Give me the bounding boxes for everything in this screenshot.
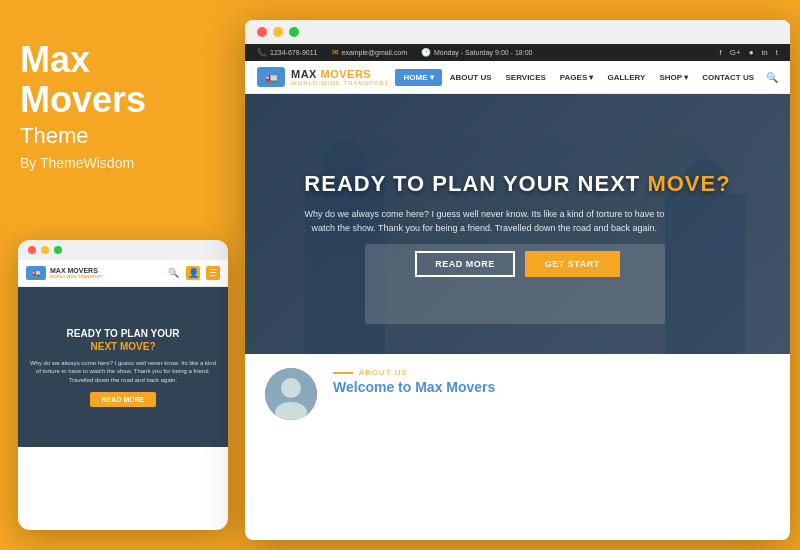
mobile-search-icon[interactable]: 🔍 [166, 266, 180, 280]
desktop-logo-text: MAX MOVERS WORLD-WIDE TRANSPORT [291, 68, 389, 87]
nav-link-about[interactable]: ABOUT US [444, 69, 498, 86]
mobile-logo-icon: 🚛 [26, 266, 46, 280]
desktop-below-hero: ABOUT US Welcome to Max Movers [245, 354, 790, 434]
mobile-navbar: 🚛 MAX MOVERS WORLD-WIDE TRANSPORT 🔍 👤 ☰ [18, 260, 228, 287]
brand-by: By ThemeWisdom [20, 155, 220, 171]
nav-link-services[interactable]: SERVICES [500, 69, 552, 86]
brand-theme: Theme [20, 123, 220, 149]
nav-search-icon[interactable]: 🔍 [766, 72, 778, 83]
desktop-dot-green[interactable] [289, 27, 299, 37]
nav-link-pages[interactable]: PAGES ▾ [554, 69, 600, 86]
hero-title-highlight: MOVE? [647, 171, 730, 196]
mobile-logo-text: MAX MOVERS WORLD-WIDE TRANSPORT [50, 267, 103, 280]
hero-buttons: READ MORE GET START [304, 251, 730, 277]
mobile-titlebar [18, 240, 228, 260]
avatar-svg [265, 368, 317, 420]
email-icon: ✉ [332, 48, 339, 57]
svg-point-6 [281, 378, 301, 398]
hero-read-more-button[interactable]: READ MORE [415, 251, 515, 277]
below-hero-text: ABOUT US Welcome to Max Movers [333, 368, 770, 395]
mobile-hero-body: Why do we always come here? I guess well… [28, 359, 218, 384]
mobile-hero-title: READY TO PLAN YOUR NEXT MOVE? [67, 327, 180, 353]
about-line-decoration [333, 372, 353, 374]
nav-link-shop[interactable]: SHOP ▾ [653, 69, 694, 86]
hero-content: READY TO PLAN YOUR NEXT MOVE? Why do we … [304, 171, 730, 278]
social-twitter-icon[interactable]: t [776, 48, 778, 57]
desktop-topbar-right: f G+ ● in t [720, 48, 778, 57]
topbar-phone: 📞 1234-678-9011 [257, 48, 318, 57]
hero-title: READY TO PLAN YOUR NEXT MOVE? [304, 171, 730, 197]
mobile-mockup: 🚛 MAX MOVERS WORLD-WIDE TRANSPORT 🔍 👤 ☰ … [18, 240, 228, 530]
mobile-dot-yellow[interactable] [41, 246, 49, 254]
social-linkedin-icon[interactable]: in [762, 48, 768, 57]
desktop-navbar: 🚛 MAX MOVERS WORLD-WIDE TRANSPORT HOME ▾… [245, 61, 790, 94]
mobile-nav-icons: 🔍 👤 ☰ [166, 266, 220, 280]
topbar-hours: 🕐 Monday - Saturday 9:00 - 18:00 [421, 48, 532, 57]
desktop-nav-links: HOME ▾ ABOUT US SERVICES PAGES ▾ GALLERY… [395, 69, 778, 86]
desktop-titlebar [245, 20, 790, 44]
mobile-hero: READY TO PLAN YOUR NEXT MOVE? Why do we … [18, 287, 228, 447]
phone-icon: 📞 [257, 48, 267, 57]
about-label: ABOUT US [333, 368, 770, 377]
mobile-read-more-button[interactable]: READ MORE [90, 392, 157, 407]
desktop-topbar: 📞 1234-678-9011 ✉ example@gmail.com 🕐 Mo… [245, 44, 790, 61]
person-avatar [265, 368, 317, 420]
desktop-logo-icon: 🚛 [257, 67, 285, 87]
brand-title: Max Movers [20, 40, 220, 119]
desktop-hero: READY TO PLAN YOUR NEXT MOVE? Why do we … [245, 94, 790, 354]
brand-title-line1: Max [20, 39, 90, 80]
desktop-logo: 🚛 MAX MOVERS WORLD-WIDE TRANSPORT [257, 67, 389, 87]
mobile-user-icon[interactable]: 👤 [186, 266, 200, 280]
clock-icon: 🕐 [421, 48, 431, 57]
nav-link-gallery[interactable]: GALLERY [601, 69, 651, 86]
topbar-email: ✉ example@gmail.com [332, 48, 407, 57]
social-facebook-icon[interactable]: f [720, 48, 722, 57]
desktop-brand-sub: WORLD-WIDE TRANSPORT [291, 80, 389, 87]
welcome-brand: Max Movers [415, 379, 495, 395]
left-panel: Max Movers Theme By ThemeWisdom [20, 40, 220, 171]
desktop-dot-yellow[interactable] [273, 27, 283, 37]
desktop-brand-main: MAX MOVERS [291, 68, 389, 80]
hero-subtitle: Why do we always come here? I guess well… [304, 207, 664, 236]
nav-link-contact[interactable]: CONTACT US [696, 69, 760, 86]
social-instagram-icon[interactable]: ● [749, 48, 754, 57]
mobile-dot-red[interactable] [28, 246, 36, 254]
desktop-dot-red[interactable] [257, 27, 267, 37]
mobile-logo: 🚛 MAX MOVERS WORLD-WIDE TRANSPORT [26, 266, 103, 280]
social-google-icon[interactable]: G+ [730, 48, 741, 57]
brand-title-line2: Movers [20, 79, 146, 120]
mobile-dot-green[interactable] [54, 246, 62, 254]
desktop-mockup: 📞 1234-678-9011 ✉ example@gmail.com 🕐 Mo… [245, 20, 790, 540]
welcome-heading: Welcome to Max Movers [333, 379, 770, 395]
mobile-menu-icon[interactable]: ☰ [206, 266, 220, 280]
nav-link-home[interactable]: HOME ▾ [395, 69, 441, 86]
desktop-topbar-left: 📞 1234-678-9011 ✉ example@gmail.com 🕐 Mo… [257, 48, 532, 57]
hero-get-start-button[interactable]: GET START [525, 251, 620, 277]
